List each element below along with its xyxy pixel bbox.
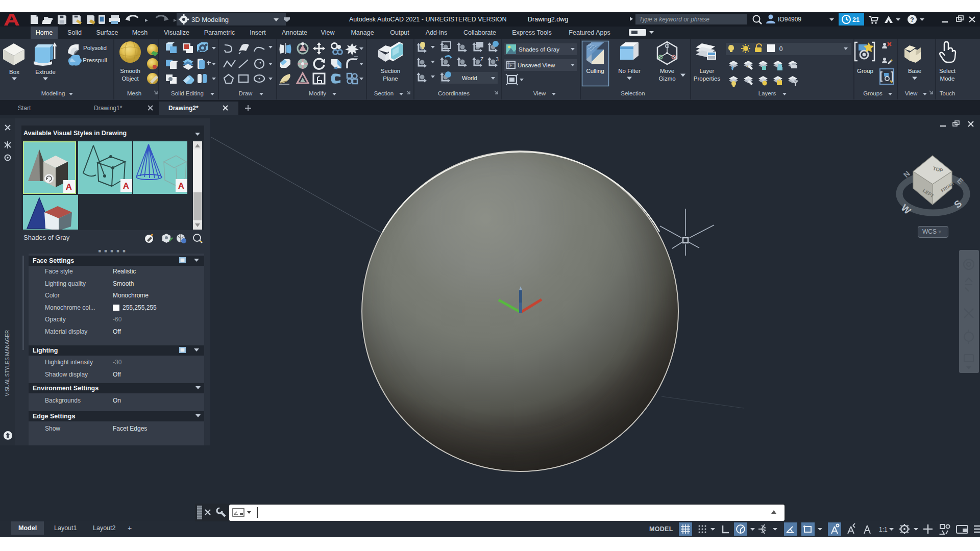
svg-text:Section: Section [381,68,400,74]
svg-text:3D Modeling: 3D Modeling [191,16,229,23]
svg-text:Drawing2.dwg: Drawing2.dwg [528,16,568,23]
svg-text:Extrude: Extrude [35,69,56,75]
svg-text:Base: Base [908,68,921,74]
svg-text:Smooth: Smooth [120,68,140,74]
svg-text:A: A [123,181,129,191]
svg-text:?: ? [910,16,914,23]
svg-text:F: F [509,63,512,68]
svg-text:Select: Select [939,68,956,74]
svg-text:Move: Move [660,68,674,74]
svg-text:Box: Box [9,69,19,75]
svg-text:Shades of Gray: Shades of Gray [519,46,559,53]
svg-text:Touch: Touch [940,90,955,96]
svg-text:View: View [533,90,546,96]
svg-text:0: 0 [779,45,783,53]
svg-text:Coordinates: Coordinates [438,90,470,96]
svg-text:View: View [905,90,918,96]
svg-text:Type a keyword or phrase: Type a keyword or phrase [639,16,709,23]
svg-text:A: A [178,181,184,191]
svg-text:Presspull: Presspull [83,57,107,63]
svg-text:Modify: Modify [309,90,326,96]
svg-text:Unsaved View: Unsaved View [518,62,555,68]
svg-text:IO94909: IO94909 [778,16,801,23]
svg-text:1:1: 1:1 [879,526,888,533]
svg-text:Polysolid: Polysolid [83,45,107,51]
svg-text:Layers: Layers [758,90,776,96]
svg-text:Solid Editing: Solid Editing [171,90,204,96]
svg-text:Object: Object [121,76,139,82]
svg-text:Group: Group [857,68,873,74]
svg-text:Selection: Selection [621,90,645,96]
svg-text:3: 3 [496,57,499,62]
svg-text:Plane: Plane [383,76,398,82]
svg-text:World: World [462,75,477,81]
svg-text:Mesh: Mesh [127,90,141,96]
svg-text:Layer: Layer [700,68,715,74]
svg-text:No Filter: No Filter [618,68,641,74]
svg-text:Z: Z [480,57,483,62]
svg-text:Groups: Groups [863,90,883,96]
svg-text:Section: Section [374,90,394,96]
svg-text:Gizmo: Gizmo [658,76,675,82]
svg-text:Modeling: Modeling [41,90,65,96]
svg-text:Autodesk AutoCAD 2021 - UNRE: Autodesk AutoCAD 2021 - UNREGISTERED VER… [349,16,506,23]
svg-text:21: 21 [852,16,860,23]
svg-text:Culling: Culling [586,68,604,74]
svg-text:A: A [66,182,72,192]
svg-text:Properties: Properties [694,76,721,82]
svg-text:Mode: Mode [940,76,955,82]
svg-text:Draw: Draw [239,90,253,96]
